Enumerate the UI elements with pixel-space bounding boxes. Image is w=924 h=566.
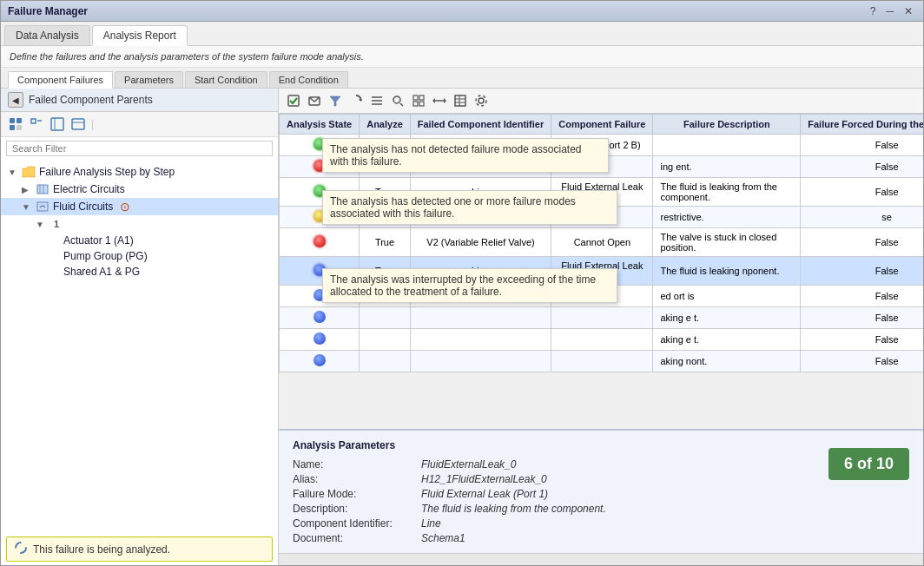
param-alias-value: H12_1FluidExternalLeak_0 [421, 473, 811, 485]
toolbar-arrows-btn[interactable] [430, 91, 449, 110]
sub-tab-start-condition[interactable]: Start Condition [185, 71, 267, 88]
expand-icon-fluid[interactable]: ▼ [22, 202, 32, 212]
tree-label-pump: Pump Group (PG) [63, 250, 148, 262]
svg-rect-25 [413, 102, 418, 106]
tree-item-fluid[interactable]: ▼ Fluid Circuits ⊙ [1, 198, 278, 215]
folder-icon [22, 165, 36, 179]
tree-item-actuator[interactable]: Actuator 1 (A1) [1, 233, 278, 248]
tooltip-analyzing: This failure is being analyzed. [6, 536, 273, 562]
svg-rect-24 [419, 95, 424, 100]
toolbar-filter-btn[interactable] [326, 91, 345, 110]
svg-rect-3 [16, 125, 22, 130]
tooltip-text: This failure is being analyzed. [33, 543, 170, 556]
minimize-button[interactable]: ─ [882, 5, 897, 17]
identifier-cell [410, 307, 551, 329]
tooltip-red-text: The analysis has detected one or more fa… [330, 195, 576, 220]
expand-icon-1[interactable]: ▼ [36, 220, 46, 229]
tool-icon-2[interactable] [27, 115, 46, 134]
expand-icon-electric[interactable]: ▶ [22, 185, 32, 194]
svg-rect-30 [455, 95, 465, 106]
param-doc-label: Document: [293, 532, 414, 544]
svg-line-22 [400, 103, 403, 106]
forced-cell: False [801, 307, 923, 329]
component-failure-cell [551, 307, 653, 329]
fluid-icon [36, 200, 50, 214]
description-cell: The fluid is leaking from the component. [653, 178, 801, 207]
help-button[interactable]: ? [867, 5, 880, 17]
analyze-cell [360, 307, 411, 329]
search-filter[interactable] [6, 141, 273, 156]
col-header-identifier: Failed Component Identifier [410, 115, 551, 135]
tree-label-root: Failure Analysis Step by Step [39, 166, 175, 178]
identifier-cell: V2 (Variable Relief Valve) [410, 228, 551, 257]
tree-item-shared[interactable]: Shared A1 & PG [1, 264, 278, 280]
toolbar-check-btn[interactable] [284, 91, 303, 110]
tool-icon-3[interactable] [48, 115, 67, 134]
svg-rect-2 [10, 125, 15, 130]
toolbar-refresh-btn[interactable] [346, 91, 366, 110]
svg-rect-13 [37, 202, 48, 211]
component-failure-cell [551, 329, 653, 351]
forced-cell: False [801, 286, 923, 307]
close-button[interactable]: ✕ [901, 5, 916, 17]
svg-marker-28 [444, 98, 446, 103]
tree-label-actuator: Actuator 1 (A1) [63, 234, 134, 247]
main-tab-bar: Data Analysis Analysis Report [1, 22, 923, 46]
sub-tab-component-failures[interactable]: Component Failures [8, 71, 113, 89]
sub-tab-parameters[interactable]: Parameters [115, 71, 183, 88]
col-header-description: Failure Description [653, 115, 801, 135]
window-title: Failure Manager [8, 5, 88, 17]
toolbar-search-btn[interactable] [388, 91, 407, 110]
toolbar-list-btn[interactable] [367, 91, 386, 110]
tree-item-electric[interactable]: ▶ Electric Circuits [1, 181, 278, 198]
window-controls[interactable]: ? ─ ✕ [867, 5, 916, 17]
svg-marker-17 [359, 98, 361, 102]
state-cell [280, 228, 360, 257]
svg-rect-0 [10, 118, 15, 123]
col-header-failure: Component Failure [551, 115, 653, 135]
forced-cell: se [801, 207, 923, 228]
description-cell: The fluid is leaking nponent. [653, 257, 801, 286]
table-row[interactable]: aking e t. False [280, 329, 924, 351]
param-doc-value: Schema1 [421, 532, 811, 544]
analyze-cell [360, 329, 411, 351]
svg-rect-6 [51, 118, 63, 130]
forced-cell: False [801, 329, 923, 351]
forced-cell: False [801, 351, 923, 372]
toolbar-envelope-btn[interactable] [305, 91, 324, 110]
table-row[interactable]: True V2 (Variable Relief Valve) Cannot O… [280, 228, 924, 257]
tab-data-analysis[interactable]: Data Analysis [4, 25, 90, 45]
tree-item-root[interactable]: ▼ Failure Analysis Step by Step [1, 163, 278, 181]
tree-label-electric: Electric Circuits [53, 183, 125, 195]
number-icon: 1 [50, 217, 63, 231]
tool-icon-4[interactable] [69, 115, 88, 134]
tool-icon-1[interactable] [6, 115, 25, 134]
table-row[interactable]: aking e t. False [280, 307, 924, 329]
tab-analysis-report[interactable]: Analysis Report [92, 25, 188, 46]
param-desc-label: Description: [293, 503, 414, 515]
identifier-cell [410, 329, 551, 351]
toolbar-table-btn[interactable] [451, 91, 470, 110]
nav-back-button[interactable]: ◀ [8, 92, 23, 108]
expand-icon-root[interactable]: ▼ [8, 168, 18, 177]
component-failure-cell [551, 351, 653, 372]
description-cell: aking nont. [653, 351, 801, 372]
table-row[interactable]: aking nont. False [280, 351, 924, 372]
state-cell [280, 351, 360, 372]
params-title: Analysis Parameters [293, 439, 811, 451]
tree-item-1[interactable]: ▼ 1 [1, 215, 278, 233]
col-header-state: Analysis State [280, 115, 360, 135]
param-mode-value: Fluid External Leak (Port 1) [421, 488, 811, 500]
toolbar-grid-btn[interactable] [409, 91, 428, 110]
table-container[interactable]: The analysis has not detected failure mo… [279, 114, 923, 429]
svg-rect-10 [37, 185, 48, 194]
sub-tab-end-condition[interactable]: End Condition [269, 71, 348, 88]
tree-item-pump[interactable]: Pump Group (PG) [1, 248, 278, 264]
counter-badge[interactable]: 6 of 10 [828, 448, 909, 480]
description-cell: aking e t. [653, 307, 801, 329]
svg-rect-15 [288, 95, 299, 106]
toolbar-gear-btn[interactable] [472, 91, 491, 110]
tooltip-yellow-text: The analysis was interrupted by the exce… [330, 273, 596, 298]
horizontal-scrollbar[interactable] [279, 553, 923, 565]
params-grid: Name: FluidExternalLeak_0 Alias: H12_1Fl… [293, 458, 811, 544]
